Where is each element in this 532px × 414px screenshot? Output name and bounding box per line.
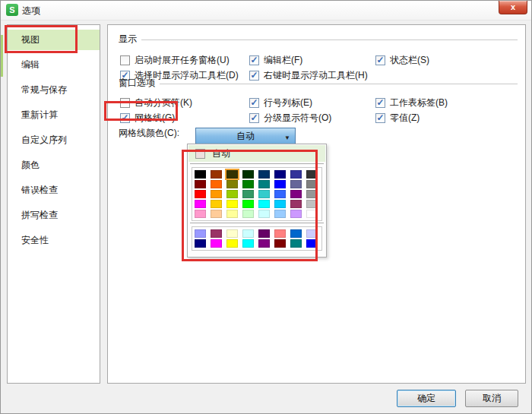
color-swatch[interactable] xyxy=(226,210,238,218)
color-swatch[interactable] xyxy=(242,170,254,179)
gridline-color-dropdown[interactable]: 自动 ▼ xyxy=(195,128,296,144)
color-swatch[interactable] xyxy=(211,210,222,218)
palette-auto-option[interactable]: 自动 xyxy=(188,145,325,162)
color-swatch[interactable] xyxy=(290,190,302,198)
sidebar-item-4[interactable]: 自定义序列 xyxy=(8,130,100,150)
checkbox-option-g0-r0-c1[interactable]: ✓编辑栏(F) xyxy=(249,54,375,67)
color-swatch[interactable] xyxy=(195,229,206,238)
checkbox-unchecked-icon[interactable] xyxy=(120,55,130,65)
color-swatch[interactable] xyxy=(242,200,254,208)
color-swatch[interactable] xyxy=(195,200,206,208)
color-swatch[interactable] xyxy=(226,229,238,238)
sidebar-item-5[interactable]: 颜色 xyxy=(8,155,100,175)
color-swatch[interactable] xyxy=(211,229,222,238)
checkbox-checked-icon[interactable]: ✓ xyxy=(375,98,385,108)
color-swatch[interactable] xyxy=(211,190,222,198)
color-swatch[interactable] xyxy=(274,200,286,208)
group-header-window-options: 窗口选项 xyxy=(119,77,518,90)
color-swatch[interactable] xyxy=(274,170,286,179)
color-swatch[interactable] xyxy=(274,229,286,238)
sidebar-item-3[interactable]: 重新计算 xyxy=(8,105,100,125)
color-swatch[interactable] xyxy=(306,200,318,208)
color-swatch[interactable] xyxy=(195,190,206,198)
color-swatch[interactable] xyxy=(274,180,286,188)
color-swatch[interactable] xyxy=(195,170,206,179)
color-swatch[interactable] xyxy=(195,210,206,218)
color-swatch[interactable] xyxy=(195,180,206,188)
color-swatch[interactable] xyxy=(306,180,318,188)
checkbox-checked-icon[interactable]: ✓ xyxy=(249,55,259,65)
color-swatch[interactable] xyxy=(258,210,270,218)
sidebar-item-0[interactable]: 视图 xyxy=(8,30,100,50)
color-swatch[interactable] xyxy=(242,239,254,248)
color-swatch[interactable] xyxy=(290,170,302,179)
color-swatch[interactable] xyxy=(274,190,286,198)
cancel-button[interactable]: 取消 xyxy=(465,390,518,407)
sidebar-item-2[interactable]: 常规与保存 xyxy=(8,80,100,100)
palette-grid-extra xyxy=(195,229,319,248)
checkbox-checked-icon[interactable]: ✓ xyxy=(375,55,385,65)
color-swatch[interactable] xyxy=(290,180,302,188)
color-swatch[interactable] xyxy=(195,239,206,248)
color-swatch[interactable] xyxy=(274,239,286,248)
checkbox-option-g1-r0-c0[interactable]: 自动分页符(K) xyxy=(120,96,249,109)
color-swatch[interactable] xyxy=(226,190,238,198)
color-swatch[interactable] xyxy=(306,239,318,248)
checkbox-checked-icon[interactable]: ✓ xyxy=(249,113,259,123)
color-swatch[interactable] xyxy=(306,210,318,218)
color-swatch[interactable] xyxy=(242,229,254,238)
color-swatch-selected[interactable] xyxy=(226,170,238,179)
dialog-title: 选项 xyxy=(22,5,40,17)
close-icon[interactable]: x xyxy=(499,1,527,14)
checkbox-unchecked-icon[interactable] xyxy=(120,98,130,108)
color-swatch[interactable] xyxy=(211,200,222,208)
group-title: 窗口选项 xyxy=(119,77,155,90)
color-swatch[interactable] xyxy=(258,170,270,179)
ok-button[interactable]: 确定 xyxy=(397,390,456,407)
color-swatch[interactable] xyxy=(211,180,222,188)
color-swatch[interactable] xyxy=(258,180,270,188)
sidebar-item-1[interactable]: 编辑 xyxy=(8,55,100,75)
color-swatch[interactable] xyxy=(306,170,318,179)
checkbox-label: 状态栏(S) xyxy=(390,54,429,67)
color-swatch[interactable] xyxy=(258,200,270,208)
color-swatch[interactable] xyxy=(211,239,222,248)
group-rows-1: 自动分页符(K)✓行号列标(E)✓工作表标签(B)✓网格线(G)✓分级显示符号(… xyxy=(108,95,525,125)
color-swatch[interactable] xyxy=(290,200,302,208)
color-swatch[interactable] xyxy=(258,239,270,248)
checkbox-option-g1-r1-c2[interactable]: ✓零值(Z) xyxy=(375,112,420,125)
checkbox-option-g1-r0-c2[interactable]: ✓工作表标签(B) xyxy=(375,96,448,109)
checkbox-checked-icon[interactable]: ✓ xyxy=(375,113,385,123)
color-swatch[interactable] xyxy=(274,210,286,218)
color-swatch[interactable] xyxy=(290,210,302,218)
color-swatch[interactable] xyxy=(258,229,270,238)
auto-checkbox[interactable] xyxy=(195,149,205,159)
color-swatch[interactable] xyxy=(242,180,254,188)
color-swatch[interactable] xyxy=(306,190,318,198)
palette-grid-main xyxy=(195,170,319,218)
checkbox-option-g1-r1-c0[interactable]: ✓网格线(G) xyxy=(120,112,249,125)
color-swatch[interactable] xyxy=(226,180,238,188)
checkbox-option-g0-r0-c2[interactable]: ✓状态栏(S) xyxy=(375,54,429,67)
sidebar-item-8[interactable]: 安全性 xyxy=(8,230,100,251)
color-swatch[interactable] xyxy=(242,210,254,218)
group-divider xyxy=(141,40,518,40)
checkbox-label: 工作表标签(B) xyxy=(390,96,448,109)
checkbox-option-g1-r0-c1[interactable]: ✓行号列标(E) xyxy=(249,96,375,109)
color-swatch[interactable] xyxy=(258,190,270,198)
checkbox-option-g0-r0-c0[interactable]: 启动时展开任务窗格(U) xyxy=(120,54,249,67)
wps-app-icon: S xyxy=(6,4,18,16)
color-swatch[interactable] xyxy=(290,239,302,248)
checkbox-checked-icon[interactable]: ✓ xyxy=(249,98,259,108)
checkbox-option-g1-r1-c1[interactable]: ✓分级显示符号(O) xyxy=(249,112,375,125)
sidebar-item-7[interactable]: 拼写检查 xyxy=(8,205,100,226)
color-swatch[interactable] xyxy=(306,229,318,238)
sidebar-item-6[interactable]: 错误检查 xyxy=(8,180,100,201)
color-swatch[interactable] xyxy=(290,229,302,238)
color-swatch[interactable] xyxy=(211,170,222,179)
background-window-sliver xyxy=(1,35,3,77)
color-swatch[interactable] xyxy=(226,239,238,248)
color-swatch[interactable] xyxy=(226,200,238,208)
color-swatch[interactable] xyxy=(242,190,254,198)
checkbox-checked-icon[interactable]: ✓ xyxy=(120,113,130,123)
